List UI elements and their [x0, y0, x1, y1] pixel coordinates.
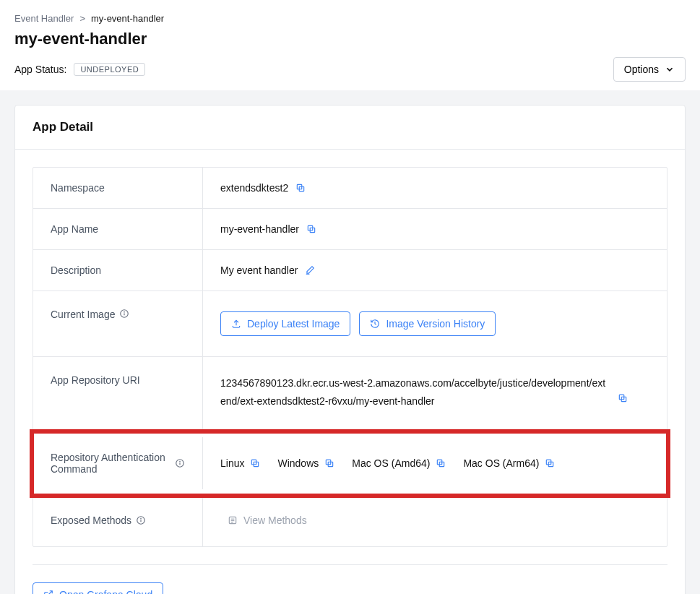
label-current-image: Current Image [51, 309, 115, 320]
info-icon[interactable] [136, 515, 146, 525]
external-link-icon [43, 590, 53, 594]
info-icon[interactable] [175, 458, 185, 468]
image-version-history-button[interactable]: Image Version History [359, 311, 496, 336]
label-auth-command: Repository Authentication Command [51, 452, 170, 475]
value-namespace: extendsdktest2 [220, 182, 288, 194]
row-exposed-methods: Exposed Methods View Methods [33, 494, 667, 546]
copy-icon[interactable] [436, 458, 446, 468]
breadcrumb-root[interactable]: Event Handler [14, 13, 74, 24]
auth-item-macos-amd64: Mac OS (Amd64) [352, 457, 446, 469]
app-detail-card: App Detail Namespace extendsdktest2 App … [14, 105, 686, 594]
value-description: My event handler [220, 264, 298, 276]
auth-item-label: Mac OS (Amd64) [352, 457, 430, 469]
divider [33, 564, 667, 565]
edit-icon[interactable] [305, 265, 315, 275]
upload-icon [231, 319, 241, 329]
copy-icon[interactable] [618, 393, 628, 403]
history-icon [370, 319, 380, 329]
label-exposed-methods: Exposed Methods [51, 515, 131, 526]
auth-item-label: Windows [277, 457, 319, 469]
deploy-latest-image-button[interactable]: Deploy Latest Image [220, 311, 350, 336]
history-button-label: Image Version History [386, 318, 485, 330]
copy-icon[interactable] [250, 458, 260, 468]
open-grafana-cloud-button[interactable]: Open Grafana Cloud [33, 582, 163, 594]
breadcrumb: Event Handler > my-event-handler [14, 13, 686, 24]
auth-item-label: Linux [220, 457, 244, 469]
label-namespace: Namespace [33, 168, 203, 208]
view-methods-button[interactable]: View Methods [220, 509, 317, 532]
grafana-button-label: Open Grafana Cloud [59, 589, 152, 594]
row-auth-command: Repository Authentication Command Linux [33, 433, 667, 494]
view-methods-label: View Methods [243, 515, 307, 526]
app-status-label: App Status: [14, 64, 66, 75]
copy-icon[interactable] [545, 458, 555, 468]
value-app-name: my-event-handler [220, 223, 299, 235]
row-app-name: App Name my-event-handler [33, 209, 667, 250]
value-repo-uri: 1234567890123.dkr.ecr.us-west-2.amazonaw… [220, 374, 610, 410]
auth-item-linux: Linux [220, 457, 260, 469]
svg-point-13 [180, 462, 181, 462]
breadcrumb-current: my-event-handler [91, 13, 164, 24]
card-title: App Detail [15, 106, 685, 150]
row-current-image: Current Image Deploy Latest Image [33, 291, 667, 357]
row-repo-uri: App Repository URI 1234567890123.dkr.ecr… [33, 357, 667, 433]
label-description: Description [33, 250, 203, 290]
auth-item-macos-arm64: Mac OS (Arm64) [463, 457, 555, 469]
row-namespace: Namespace extendsdktest2 [33, 168, 667, 209]
deploy-button-label: Deploy Latest Image [247, 318, 340, 330]
auth-item-windows: Windows [277, 457, 334, 469]
page-title: my-event-handler [14, 30, 686, 48]
info-icon[interactable] [119, 309, 129, 319]
copy-icon[interactable] [324, 458, 334, 468]
label-app-name: App Name [33, 209, 203, 249]
breadcrumb-separator: > [79, 13, 85, 24]
copy-icon[interactable] [295, 183, 306, 193]
options-button-label: Options [624, 64, 659, 75]
label-repo-uri: App Repository URI [33, 357, 203, 432]
svg-point-24 [141, 519, 142, 520]
svg-point-7 [124, 311, 125, 312]
copy-icon[interactable] [306, 224, 316, 234]
status-badge: UNDEPLOYED [74, 63, 145, 76]
options-button[interactable]: Options [613, 57, 686, 82]
chevron-down-icon [665, 64, 675, 74]
auth-item-label: Mac OS (Arm64) [463, 457, 539, 469]
row-description: Description My event handler [33, 250, 667, 291]
list-icon [228, 515, 238, 525]
